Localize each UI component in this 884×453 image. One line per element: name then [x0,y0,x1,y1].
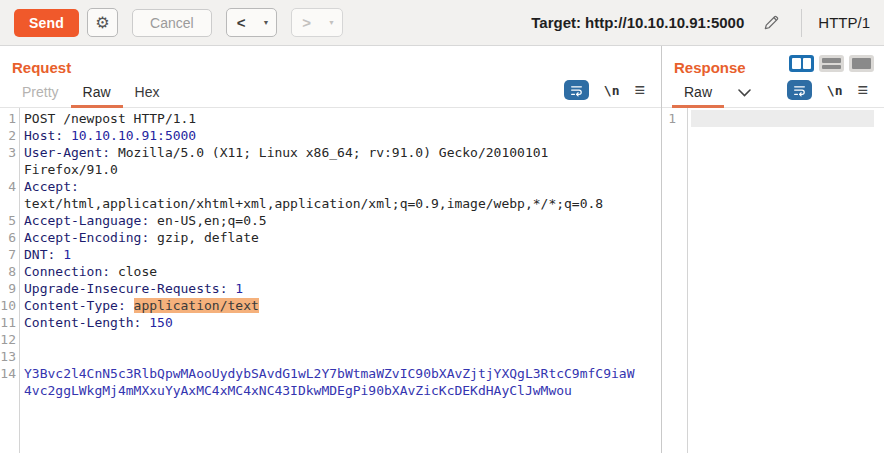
response-lines: 1 [662,110,884,127]
editor-line[interactable]: 1 [662,110,884,127]
editor-line[interactable]: 11Content-Length: 150 [0,314,661,331]
response-editor[interactable]: 1 [662,108,884,453]
layout-single-icon[interactable] [849,55,874,72]
request-panel-title: Request [0,46,661,78]
tab-hex[interactable]: Hex [123,78,172,107]
line-content[interactable]: User-Agent: Mozilla/5.0 (X11; Linux x86_… [24,144,636,178]
http-version-selector[interactable]: HTTP/1 [818,14,870,31]
line-content[interactable] [691,110,874,127]
line-content[interactable]: Accept: text/html,application/xhtml+xml,… [24,178,636,212]
code-segment-name: Accept-Encoding: [24,230,157,245]
line-number: 7 [0,246,16,263]
editor-line[interactable]: 13 [0,348,661,365]
target-url: http://10.10.10.91:5000 [585,14,744,31]
code-segment-name: Accept: [24,179,87,194]
line-content[interactable]: Content-Type: application/text [24,297,636,314]
forward-dropdown-button[interactable]: ▼ [321,9,342,36]
show-newlines-toggle[interactable]: \n [827,83,843,98]
toolbar-divider [801,9,802,37]
line-content[interactable]: DNT: 1 [24,246,636,263]
editor-menu-button[interactable]: ≡ [857,81,868,99]
editor-line[interactable]: 4Accept: text/html,application/xhtml+xml… [0,178,661,212]
line-content[interactable]: Accept-Language: en-US,en;q=0.5 [24,212,636,229]
toolbar: Send ⚙ Cancel < ▼ > ▼ Target: http://10.… [0,0,884,46]
editor-line[interactable]: 6Accept-Encoding: gzip, deflate [0,229,661,246]
repeater-main: Request Pretty Raw Hex \n ≡ [0,46,884,453]
line-content[interactable]: Host: 10.10.10.91:5000 [24,127,636,144]
editor-line[interactable]: 2Host: 10.10.10.91:5000 [0,127,661,144]
line-content[interactable]: Connection: close [24,263,636,280]
newline-icon: \n [604,83,620,98]
line-content[interactable]: Content-Length: 150 [24,314,636,331]
editor-line[interactable]: 1POST /newpost HTTP/1.1 [0,110,661,127]
code-segment-plain: en-US,en;q=0.5 [157,213,267,228]
back-button[interactable]: < [227,9,256,36]
line-content[interactable] [24,348,636,365]
tab-pretty[interactable]: Pretty [10,78,71,107]
edit-target-button[interactable] [758,11,785,34]
response-tabbar: Raw \n ≡ [662,78,884,108]
layout-columns-icon[interactable] [789,55,814,72]
line-number: 1 [0,110,16,127]
chevron-down-icon: ▼ [262,19,269,26]
show-newlines-toggle[interactable]: \n [604,83,620,98]
request-panel: Request Pretty Raw Hex \n ≡ [0,46,662,453]
response-view-dropdown[interactable] [724,89,761,107]
line-number: 11 [0,314,16,331]
editor-line[interactable]: 12 [0,331,661,348]
request-tabbar: Pretty Raw Hex \n ≡ [0,78,661,108]
line-content[interactable] [24,331,636,348]
code-segment-plain: gzip, deflate [157,230,259,245]
line-number: 13 [0,348,16,365]
line-content[interactable]: Upgrade-Insecure-Requests: 1 [24,280,636,297]
code-segment-name: Content-Length: [24,315,149,330]
cancel-button[interactable]: Cancel [132,9,212,37]
request-settings-button[interactable]: ⚙ [87,8,118,37]
line-content[interactable]: POST /newpost HTTP/1.1 [24,110,636,127]
request-lines: 1POST /newpost HTTP/1.12Host: 10.10.10.9… [0,110,661,399]
code-segment-number: 1 [235,281,243,296]
editor-line[interactable]: 9Upgrade-Insecure-Requests: 1 [0,280,661,297]
editor-line[interactable]: 10Content-Type: application/text [0,297,661,314]
pane-bar [792,58,801,69]
editor-line[interactable]: 8Connection: close [0,263,661,280]
line-number: 4 [0,178,16,195]
line-number: 12 [0,331,16,348]
word-wrap-toggle[interactable] [787,80,812,100]
line-number: 5 [0,212,16,229]
back-dropdown-button[interactable]: ▼ [255,9,276,36]
line-number: 10 [0,297,16,314]
forward-button[interactable]: > [292,9,321,36]
code-segment-plain: text/html,application/xhtml+xml,applicat… [24,196,603,211]
editor-line[interactable]: 14Y3Bvc2l4CnN5c3RlbQpwMAooUydybSAvdG1wL2… [0,365,661,399]
line-content[interactable]: Y3Bvc2l4CnN5c3RlbQpwMAooUydybSAvdG1wL2Y7… [24,365,636,399]
editor-line[interactable]: 5Accept-Language: en-US,en;q=0.5 [0,212,661,229]
line-number: 8 [0,263,16,280]
line-content[interactable]: Accept-Encoding: gzip, deflate [24,229,636,246]
menu-icon: ≡ [857,80,868,100]
gutter-divider [19,108,20,453]
tab-raw-response[interactable]: Raw [672,78,724,108]
request-editor[interactable]: 1POST /newpost HTTP/1.12Host: 10.10.10.9… [0,108,661,453]
send-button[interactable]: Send [14,9,79,37]
code-segment-name: Accept-Language: [24,213,157,228]
gutter-divider [687,108,688,453]
newline-icon: \n [827,83,843,98]
line-number: 14 [0,365,16,382]
target-label: Target: [531,14,581,31]
code-segment-number: 1 [63,247,71,262]
tab-raw[interactable]: Raw [71,78,123,108]
code-segment-name: DNT: [24,247,63,262]
line-number: 2 [0,127,16,144]
chevron-down-icon [738,89,751,97]
layout-rows-icon[interactable] [819,55,844,72]
pane-bar [803,58,812,69]
word-wrap-toggle[interactable] [564,80,589,100]
editor-line[interactable]: 3User-Agent: Mozilla/5.0 (X11; Linux x86… [0,144,661,178]
code-segment-plain: close [118,264,157,279]
editor-line[interactable]: 7DNT: 1 [0,246,661,263]
pane-bar [822,58,841,63]
pane-bar [822,65,841,70]
gear-icon: ⚙ [95,13,109,32]
editor-menu-button[interactable]: ≡ [634,81,645,99]
